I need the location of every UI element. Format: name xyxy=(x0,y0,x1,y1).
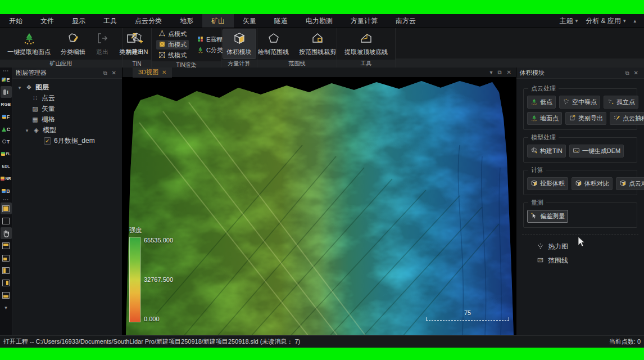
layer-tree: ▾ ❖ 图层 ∷ 点云 ▨ 矢量 ▦ 栅格 ▾ ◈ 模型 ✓ xyxy=(12,79,122,146)
close-panel-icon[interactable]: ✕ xyxy=(110,70,119,76)
terrain-3d-canvas[interactable]: 强度 65535.000 32767.500 0.000 75 xyxy=(123,78,516,335)
menu-item-pointcloud-classify[interactable]: 点云分类 xyxy=(126,14,171,28)
float-panel-icon[interactable]: ⧉ xyxy=(101,70,109,76)
tab-list-dropdown-icon[interactable]: ▾ xyxy=(489,69,492,76)
elevation-render-toggle[interactable]: E xyxy=(1,74,12,86)
collapse-ribbon-icon[interactable]: ▴ xyxy=(633,18,636,24)
screen-frame-bottom xyxy=(0,348,644,360)
point-mode-button[interactable]: 点模式 xyxy=(156,29,189,39)
elevation-render-icon xyxy=(197,35,204,44)
theme-menu[interactable]: 主题 ▾ xyxy=(560,16,578,26)
volume-module-button[interactable]: 体积模块 xyxy=(223,29,256,58)
category-export-icon xyxy=(569,114,576,123)
close-view-icon[interactable]: ✕ xyxy=(507,69,511,76)
menu-item-start[interactable]: 开始 xyxy=(0,14,31,28)
view-right-button[interactable] xyxy=(1,277,12,289)
menu-item-mine[interactable]: 矿山 xyxy=(202,14,234,28)
b-render-toggle[interactable]: B xyxy=(1,185,12,197)
nr-render-toggle[interactable]: NR xyxy=(1,173,12,184)
expander-icon[interactable]: ▾ xyxy=(24,128,30,133)
menu-bar: 开始 文件 显示 工具 点云分类 地形 矿山 矢量 隧道 电力勘测 方量计算 南… xyxy=(0,14,644,28)
menu-item-terrain[interactable]: 地形 xyxy=(171,14,202,28)
float-panel-icon[interactable]: ⧉ xyxy=(623,70,631,76)
heatmap-item[interactable]: 热力图 xyxy=(537,242,638,251)
intensity-render-toggle[interactable]: I xyxy=(1,86,12,98)
ground-points-button[interactable]: 地面点 xyxy=(527,112,562,125)
status-project-path: 打开工程 -- C:/Users/16933/Documents/SouthLi… xyxy=(3,338,300,346)
extract-ground-points-button[interactable]: 一键提取地面点 xyxy=(3,29,55,58)
flight-render-toggle[interactable]: F xyxy=(1,111,12,123)
volume-panel-title: 体积模块 xyxy=(520,69,545,77)
pan-tool[interactable] xyxy=(1,227,12,239)
menu-item-vector[interactable]: 矢量 xyxy=(234,14,265,28)
view-left-button[interactable] xyxy=(1,264,12,276)
view-front-button[interactable] xyxy=(1,252,12,264)
hand-pan-icon xyxy=(2,229,10,237)
pentagon-icon xyxy=(267,32,280,46)
category-export-button[interactable]: 类别导出 xyxy=(565,112,606,125)
line-mode-button[interactable]: 线模式 xyxy=(156,51,189,60)
expander-icon[interactable]: ▾ xyxy=(17,85,22,91)
restore-view-icon[interactable]: ⧉ xyxy=(497,69,501,76)
elevation-icon xyxy=(2,78,6,82)
pointcloud-compare-button[interactable]: 点云对比 xyxy=(616,177,644,190)
tab-3d-view[interactable]: 3D视图 ✕ xyxy=(133,68,172,78)
time-render-toggle[interactable]: T xyxy=(1,136,12,147)
close-panel-icon[interactable]: ✕ xyxy=(632,70,641,76)
legend-color-ramp xyxy=(129,237,140,322)
render-mode-toolbar: ••• E I RGB F C T FL EDL NR B ••• ▾ xyxy=(0,68,12,335)
draw-range-line-button[interactable]: 绘制范围线 xyxy=(254,29,293,58)
tree-node-pointcloud[interactable]: ∷ 点云 xyxy=(12,93,122,104)
viewport-3d: 3D视图 ✕ ▾ ⧉ ✕ xyxy=(123,68,516,335)
cube-view-tool[interactable] xyxy=(1,215,12,227)
classify-edit-button[interactable]: 分类编辑 xyxy=(57,29,89,58)
extract-slope-lines-button[interactable]: 提取坡顶坡底线 xyxy=(341,29,392,58)
tree-node-dem-layer[interactable]: ✓ 6月数据_dem xyxy=(12,136,122,146)
tree-node-model[interactable]: ▾ ◈ 模型 xyxy=(12,125,122,136)
deviation-measure-button[interactable]: 偏差测量 xyxy=(527,210,568,223)
fl-render-toggle[interactable]: FL xyxy=(1,148,12,160)
menu-item-display[interactable]: 显示 xyxy=(63,14,94,28)
range-line-item[interactable]: 范围线 xyxy=(537,256,638,266)
toolbar-more-chevron[interactable]: ▾ xyxy=(1,302,12,313)
toolbar-grip[interactable]: ••• xyxy=(3,197,8,202)
menu-item-tools[interactable]: 工具 xyxy=(94,14,126,28)
ribbon-group-volume-calc: 体积模块 方量计算 xyxy=(221,28,257,68)
menu-item-file[interactable]: 文件 xyxy=(31,14,63,28)
tree-node-layers[interactable]: ▾ ❖ 图层 xyxy=(12,82,122,93)
rgb-render-toggle[interactable]: RGB xyxy=(1,98,12,110)
layer-visibility-checkbox[interactable]: ✓ xyxy=(44,137,51,145)
menu-item-south-cloud[interactable]: 南方云 xyxy=(387,14,425,28)
build-tin-button[interactable]: 构建TIN xyxy=(527,145,566,158)
class-render-toggle[interactable]: C xyxy=(1,123,12,135)
pointcloud-thinning-button[interactable]: 点云抽稀 xyxy=(610,112,644,125)
view-top-button[interactable] xyxy=(1,240,12,251)
toolbar-grip[interactable]: ••• xyxy=(3,69,8,73)
scale-bar: 75 xyxy=(426,309,509,321)
generate-dem-button[interactable]: 一键生成DEM xyxy=(569,145,624,158)
close-tab-icon[interactable]: ✕ xyxy=(162,69,166,75)
menu-item-power-survey[interactable]: 电力勘测 xyxy=(297,14,342,28)
class-render-icon xyxy=(197,46,204,55)
view-bottom-button[interactable] xyxy=(1,289,12,301)
analysis-app-menu[interactable]: 分析 & 应用 ▾ xyxy=(586,16,625,26)
tree-icon xyxy=(530,114,538,123)
range-rect-icon xyxy=(537,256,544,266)
select-box-tool[interactable] xyxy=(1,202,12,214)
low-points-button[interactable]: 低点 xyxy=(527,96,556,109)
isolated-dots-icon xyxy=(607,98,614,106)
menu-item-volume-calc[interactable]: 方量计算 xyxy=(342,14,387,28)
heatmap-dots-icon xyxy=(537,242,544,251)
face-mode-button[interactable]: 面模式 xyxy=(156,40,189,50)
tree-node-vector[interactable]: ▨ 矢量 xyxy=(12,104,122,114)
tree-node-raster[interactable]: ▦ 栅格 xyxy=(12,114,122,125)
air-noise-button[interactable]: 空中噪点 xyxy=(559,96,600,109)
projected-volume-button[interactable]: 投影体积 xyxy=(527,177,568,190)
volume-compare-button[interactable]: 体积对比 xyxy=(572,177,613,190)
isolated-points-button[interactable]: 孤立点 xyxy=(604,96,638,109)
scale-bar-value: 75 xyxy=(426,309,509,316)
menu-item-tunnel[interactable]: 隧道 xyxy=(265,14,297,28)
build-tin-button[interactable]: 构建TIN xyxy=(122,29,152,58)
clip-by-range-line-button[interactable]: 按范围线裁剪 xyxy=(295,29,340,58)
edl-render-toggle[interactable]: EDL xyxy=(1,160,12,172)
